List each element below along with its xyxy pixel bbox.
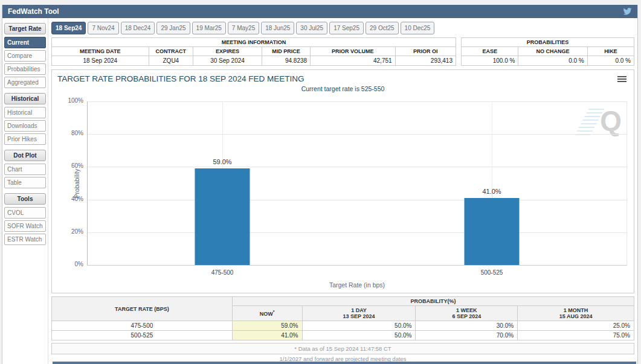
- tab-10-dec25[interactable]: 10 Dec25: [401, 22, 435, 34]
- sidebar: Target Rate Current Compare Probabilitie…: [2, 18, 48, 364]
- meeting-date-value: 18 Sep 2024: [52, 56, 149, 66]
- chart-subtitle: Current target rate is 525-550: [52, 85, 634, 92]
- tab-18-jun25[interactable]: 18 Jun25: [261, 22, 294, 34]
- tab-7-may25[interactable]: 7 May25: [228, 22, 259, 34]
- bar-475-500[interactable]: [195, 168, 250, 265]
- prior-oi-value: 293,413: [395, 56, 456, 66]
- y-axis-title: Probability: [73, 168, 80, 198]
- sidebar-section-historical: Historical Historical Downloads Prior Hi…: [4, 93, 46, 145]
- title-bar: FedWatch Tool: [2, 5, 637, 18]
- sidebar-section-target-rate: Target Rate Current Compare Probabilitie…: [4, 23, 46, 88]
- tab-30-jul25[interactable]: 30 Jul25: [296, 22, 327, 34]
- week-cell: 70.0%: [416, 331, 518, 340]
- sidebar-header-tools: Tools: [4, 193, 46, 205]
- tab-18-sep24[interactable]: 18 Sep24: [51, 22, 86, 34]
- y-axis-tick-label: 40%: [71, 196, 83, 202]
- sidebar-item-historical[interactable]: Historical: [4, 107, 46, 118]
- fedwatch-app: FedWatch Tool Target Rate Current Compar…: [2, 5, 638, 364]
- col-1-day: 1 DAY13 SEP 2024: [302, 306, 416, 321]
- y-axis-tick-label: 80%: [71, 130, 83, 136]
- bar-value-label: 59.0%: [213, 158, 231, 165]
- table-row-500-525: 500-525 41.0% 50.0% 70.0% 75.0%: [52, 331, 634, 340]
- tab-29-oct25[interactable]: 29 Oct25: [366, 22, 399, 34]
- tab-18-dec24[interactable]: 18 Dec24: [121, 22, 155, 34]
- col-1-month: 1 MONTH15 AUG 2024: [518, 306, 634, 321]
- horizontal-gridline: [88, 101, 627, 102]
- sidebar-item-current[interactable]: Current: [4, 37, 46, 48]
- tab-7-nov24[interactable]: 7 Nov24: [88, 22, 118, 34]
- content-area: 18 Sep24 7 Nov24 18 Dec24 29 Jan25 19 Ma…: [48, 18, 637, 364]
- target-rate-cell: 475-500: [52, 321, 233, 331]
- target-rate-cell: 500-525: [52, 331, 233, 340]
- quikstrike-watermark-icon: Q: [579, 106, 622, 138]
- meeting-information-table: MEETING INFORMATION MEETING DATE CONTRAC…: [51, 37, 456, 66]
- probabilities-row: 100.0 % 0.0 % 0.0 %: [462, 56, 634, 66]
- col-ease: EASE: [462, 47, 518, 56]
- sidebar-item-cvol[interactable]: CVOL: [4, 207, 46, 219]
- prior-volume-value: 42,751: [311, 56, 395, 66]
- sidebar-item-downloads[interactable]: Downloads: [4, 120, 46, 132]
- sidebar-header-dot-plot: Dot Plot: [4, 150, 46, 161]
- bar-value-label: 41.0%: [482, 188, 501, 195]
- week-cell: 30.0%: [416, 321, 518, 331]
- horizontal-gridline: [88, 167, 627, 167]
- meeting-date-tabs: 18 Sep24 7 Nov24 18 Dec24 29 Jan25 19 Ma…: [51, 22, 634, 34]
- col-meeting-date: MEETING DATE: [52, 47, 149, 56]
- mid-price-value: 94.8238: [262, 56, 310, 66]
- sidebar-section-tools: Tools CVOL SOFR Watch ESTR Watch: [4, 193, 46, 245]
- y-axis-tick-label: 0%: [75, 261, 83, 267]
- day-cell: 50.0%: [302, 331, 416, 340]
- probabilities-title: PROBABILITIES: [462, 38, 634, 47]
- sidebar-item-sofr-watch[interactable]: SOFR Watch: [4, 220, 46, 232]
- chart-panel: TARGET RATE PROBABILITIES FOR 18 SEP 202…: [51, 69, 634, 293]
- x-axis-title: Target Rate (in bps): [87, 281, 627, 289]
- sidebar-item-chart[interactable]: Chart: [4, 164, 46, 175]
- plot-area: Probability Q 0%20%40%60%80%100%59.0%475…: [87, 101, 627, 266]
- bottom-blue-band: [53, 362, 636, 364]
- col-1-week: 1 WEEK6 SEP 2024: [416, 306, 518, 321]
- contract-value: ZQU4: [149, 56, 193, 66]
- col-now: NOW*: [232, 306, 302, 321]
- tab-17-sep25[interactable]: 17 Sep25: [329, 22, 364, 34]
- sidebar-header-target-rate: Target Rate: [4, 23, 46, 34]
- col-hike: HIKE: [587, 47, 634, 56]
- probability-history-table: TARGET RATE (BPS) PROBABILITY(%) NOW* 1 …: [51, 296, 634, 340]
- probabilities-table: PROBABILITIES EASE NO CHANGE HIKE 100.0 …: [461, 37, 634, 66]
- app-title: FedWatch Tool: [8, 7, 59, 16]
- ease-value: 100.0 %: [462, 56, 518, 66]
- day-cell: 50.0%: [302, 321, 416, 331]
- y-axis-tick-label: 20%: [71, 229, 83, 235]
- col-contract: CONTRACT: [149, 47, 193, 56]
- y-axis-tick-label: 60%: [71, 163, 83, 169]
- top-tables: MEETING INFORMATION MEETING DATE CONTRAC…: [51, 37, 634, 66]
- now-cell: 41.0%: [232, 331, 302, 340]
- chart-context-menu-icon[interactable]: [617, 76, 627, 83]
- now-cell: 59.0%: [232, 321, 302, 331]
- sidebar-header-historical: Historical: [4, 93, 46, 104]
- sidebar-item-prior-hikes[interactable]: Prior Hikes: [4, 133, 46, 145]
- col-expires: EXPIRES: [193, 47, 262, 56]
- meeting-information-row: 18 Sep 2024 ZQU4 30 Sep 2024 94.8238 42,…: [52, 56, 456, 66]
- tab-29-jan25[interactable]: 29 Jan25: [156, 22, 190, 34]
- chart-title: TARGET RATE PROBABILITIES FOR 18 SEP 202…: [52, 70, 634, 83]
- meeting-information-title: MEETING INFORMATION: [52, 38, 456, 47]
- horizontal-gridline: [88, 232, 627, 233]
- tab-19-mar25[interactable]: 19 Mar25: [192, 22, 226, 34]
- col-mid-price: MID PRICE: [262, 47, 310, 56]
- sidebar-item-table[interactable]: Table: [4, 177, 46, 188]
- sidebar-item-probabilities[interactable]: Probabilities: [4, 63, 46, 75]
- horizontal-gridline: [88, 200, 627, 200]
- twitter-icon[interactable]: [623, 8, 632, 15]
- sidebar-item-estr-watch[interactable]: ESTR Watch: [4, 234, 46, 245]
- col-target-rate-bps: TARGET RATE (BPS): [52, 297, 233, 321]
- sidebar-item-aggregated[interactable]: Aggregated: [4, 77, 46, 88]
- sidebar-item-compare[interactable]: Compare: [4, 50, 46, 62]
- bar-500-525[interactable]: [465, 198, 520, 265]
- no-change-value: 0.0 %: [518, 56, 587, 66]
- month-cell: 25.0%: [518, 321, 634, 331]
- x-axis-category-label: 475-500: [211, 269, 234, 276]
- table-row-475-500: 475-500 59.0% 50.0% 30.0% 25.0%: [52, 321, 634, 331]
- col-no-change: NO CHANGE: [518, 47, 587, 56]
- col-probability-pct: PROBABILITY(%): [232, 297, 634, 306]
- expires-value: 30 Sep 2024: [193, 56, 262, 66]
